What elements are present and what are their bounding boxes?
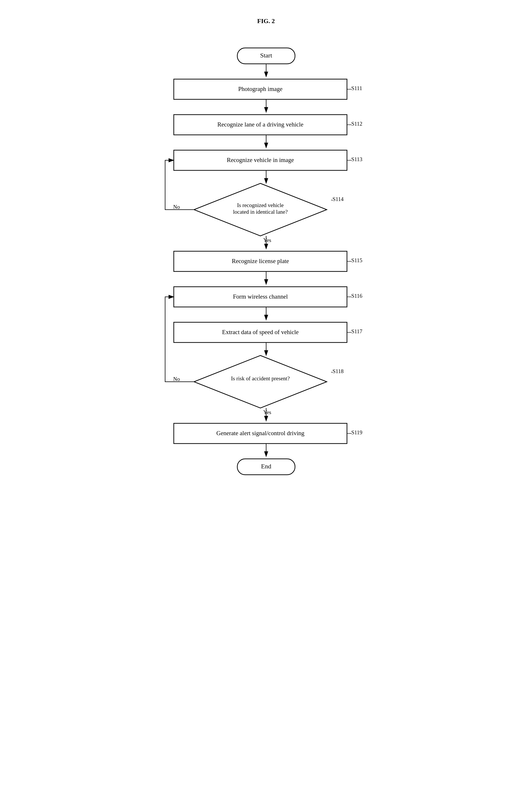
- figure-title: FIG. 2: [151, 17, 382, 25]
- s111-id: S111: [351, 85, 362, 91]
- s118-diamond: [194, 355, 327, 408]
- end-label: End: [261, 463, 271, 470]
- s114-line1: Is recognized vehicle: [237, 202, 283, 208]
- s117-id: S117: [351, 328, 362, 334]
- s119-id: S119: [351, 429, 362, 435]
- s114-line2: located in identical lane?: [233, 209, 287, 215]
- s116-label: Form wireless channel: [233, 293, 287, 300]
- s111-label: Photograph image: [238, 86, 282, 92]
- s118-line1: Is risk of accident present?: [231, 375, 290, 382]
- s117-label: Extract data of speed of vehicle: [222, 329, 299, 336]
- s112-label: Recognize lane of a driving vehicle: [217, 121, 303, 128]
- s116-id: S116: [351, 293, 362, 299]
- s118-yes-label: Yes: [263, 409, 271, 415]
- page: FIG. 2 Start Photograph image S111: [133, 6, 399, 776]
- s115-id: S115: [351, 257, 362, 263]
- s118-no-label: No: [173, 376, 180, 382]
- s114-yes-label: Yes: [263, 237, 271, 243]
- s118-id: S118: [332, 368, 343, 374]
- s114-id: S114: [332, 196, 344, 202]
- s114-no-label: No: [173, 204, 180, 210]
- s119-label: Generate alert signal/control driving: [216, 430, 304, 437]
- s115-label: Recognize license plate: [231, 258, 289, 264]
- s113-id: S113: [351, 156, 362, 162]
- s113-label: Recognize vehicle in image: [227, 156, 294, 164]
- start-label: Start: [260, 52, 272, 59]
- flowchart-svg: Start Photograph image S111 Recognize la…: [156, 36, 376, 758]
- s112-id: S112: [351, 121, 362, 127]
